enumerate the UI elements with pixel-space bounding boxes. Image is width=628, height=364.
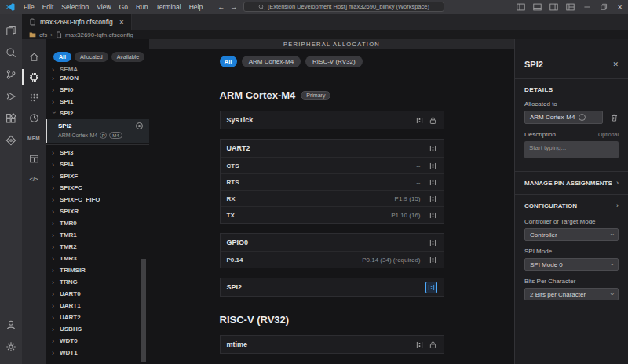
menu-item-help[interactable]: Help — [185, 3, 206, 11]
strip-peripherals-button[interactable] — [22, 67, 46, 87]
tree-item[interactable]: ›SPIXFC — [46, 182, 149, 194]
tree-item[interactable]: ›WDT0 — [46, 335, 149, 347]
description-input[interactable] — [524, 141, 619, 158]
account-button[interactable] — [2, 315, 20, 334]
tree-item-spi2-expanded[interactable]: SPI2 ARM Cortex-M4 P M4 — [46, 119, 149, 143]
strip-codegen-button[interactable]: </> — [22, 169, 46, 189]
config-icon[interactable] — [429, 178, 437, 187]
menu-item-run[interactable]: Run — [132, 3, 152, 11]
tree-item[interactable]: ›SPI3 — [46, 147, 149, 158]
menu-item-go[interactable]: Go — [115, 3, 132, 11]
core-filter-all[interactable]: All — [220, 56, 237, 67]
customize-layout-button[interactable] — [562, 0, 579, 14]
tree-item-label: SPIXFC — [60, 184, 82, 191]
config-icon[interactable] — [429, 195, 437, 203]
close-window-button[interactable]: ✕ — [612, 0, 628, 14]
breadcrumb-file[interactable]: max32690-tqfn.cfsconfig — [65, 31, 133, 38]
sidebar-scrollbar[interactable] — [141, 259, 146, 362]
config-icon[interactable] — [429, 144, 437, 153]
tree-item[interactable]: ›SPI4 — [46, 158, 149, 170]
tree-item[interactable]: ›SEMA — [46, 66, 149, 72]
activity-cfs-button[interactable] — [2, 131, 20, 150]
tree-item[interactable]: ›SPIXF — [46, 170, 149, 182]
strip-pinmux-button[interactable] — [22, 87, 46, 107]
filter-chip-allocated[interactable]: Allocated — [75, 52, 108, 62]
configuration-header[interactable]: CONFIGURATION › — [515, 195, 628, 211]
toggle-secondary-sidebar-button[interactable] — [546, 0, 562, 14]
spi-mode-select[interactable]: SPI Mode 0 › — [524, 258, 619, 271]
strip-clock-button[interactable] — [22, 107, 46, 128]
filter-chip-available[interactable]: Available — [111, 52, 144, 62]
tree-item[interactable]: ›SMON — [46, 72, 149, 84]
breadcrumb-folder[interactable]: cfs — [39, 31, 47, 38]
chevron-down-icon: › — [50, 111, 58, 116]
activity-explorer-button[interactable] — [2, 21, 20, 40]
config-icon[interactable] — [429, 256, 437, 264]
delete-allocation-button[interactable] — [610, 113, 619, 122]
config-icon[interactable] — [429, 211, 437, 220]
tree-item[interactable]: ›TMR1 — [46, 229, 149, 241]
activity-search-button[interactable] — [2, 43, 20, 62]
toggle-panel-button[interactable] — [529, 0, 546, 14]
tree-item-label: WDT0 — [60, 337, 78, 344]
strip-registers-button[interactable] — [22, 148, 46, 169]
editor-tab[interactable]: max32690-tqfn.cfsconfig ✕ — [22, 14, 132, 30]
section-heading-riscv: RISC-V (RV32) — [220, 314, 290, 326]
activity-debug-button[interactable] — [2, 87, 20, 106]
divider — [46, 144, 149, 145]
menu-item-edit[interactable]: Edit — [38, 3, 58, 11]
config-icon[interactable] — [415, 340, 424, 349]
bits-per-character-select[interactable]: 2 Bits per Character › — [524, 288, 619, 300]
settings-button[interactable] — [2, 337, 20, 356]
tree-item[interactable]: ›TRNG — [46, 276, 149, 288]
menu-item-file[interactable]: File — [20, 3, 38, 11]
cfs-tool-icon — [5, 135, 16, 146]
tree-item[interactable]: ›TMR0 — [46, 217, 149, 229]
panel-close-button[interactable]: ✕ — [612, 60, 619, 68]
tree-item[interactable]: ›UART1 — [46, 300, 149, 311]
tree-item[interactable]: ›WDT1 — [46, 347, 149, 359]
tree-item[interactable]: ›SPI1 — [46, 96, 149, 107]
activity-extensions-button[interactable] — [2, 109, 20, 128]
tree-item[interactable]: ›TMR3 — [46, 253, 149, 264]
config-icon[interactable] — [415, 116, 424, 125]
pin-label: CTS — [227, 162, 239, 169]
core-filter-m4[interactable]: ARM Cortex-M4 — [242, 56, 301, 67]
strip-home-button[interactable] — [22, 46, 46, 67]
tree-item[interactable]: ›USBHS — [46, 323, 149, 335]
minimize-button[interactable] — [579, 0, 595, 14]
activity-source-control-button[interactable] — [2, 65, 20, 84]
menu-item-terminal[interactable]: Terminal — [152, 3, 185, 11]
window-title-search[interactable]: [Extension Development Host] max32690_bl… — [243, 2, 444, 12]
tree-item[interactable]: ›SPIXFC_FIFO — [46, 194, 149, 206]
nav-forward-button[interactable]: → — [230, 3, 237, 11]
nav-back-button[interactable]: ← — [217, 3, 225, 11]
tree-item[interactable]: ›UART2 — [46, 311, 149, 323]
restore-button[interactable] — [595, 0, 612, 14]
allocated-indicator-icon[interactable] — [136, 122, 143, 129]
tree-item[interactable]: ›SPI0 — [46, 84, 149, 96]
toggle-sidebar-button[interactable] — [513, 0, 529, 14]
tree-item[interactable]: ›TMR2 — [46, 241, 149, 253]
filter-chip-all[interactable]: All — [53, 52, 71, 62]
strip-memory-button[interactable]: MEM — [22, 128, 46, 148]
core-filter-riscv[interactable]: RISC-V (RV32) — [305, 56, 363, 67]
pin-value: P0.14 (34) (required) — [362, 257, 420, 264]
title-bar: File Edit Selection View Go Run Terminal… — [0, 0, 628, 14]
menu-item-view[interactable]: View — [93, 3, 115, 11]
tree-item-label: UART0 — [60, 290, 81, 297]
config-icon[interactable] — [429, 238, 437, 247]
tree-item[interactable]: ›UART0 — [46, 288, 149, 300]
tree-item-spi2[interactable]: ›SPI2 — [46, 107, 149, 119]
menu-item-selection[interactable]: Selection — [57, 3, 93, 11]
chevron-right-icon: › — [52, 302, 57, 310]
tree-item[interactable]: ›SPIXR — [46, 206, 149, 217]
config-icon[interactable] — [429, 162, 437, 170]
config-icon-selected[interactable] — [425, 282, 437, 293]
tab-close-icon[interactable]: ✕ — [119, 19, 125, 26]
allocated-core-select[interactable]: ARM Cortex-M4 — [524, 111, 603, 124]
tab-label: max32690-tqfn.cfsconfig — [40, 18, 113, 26]
tree-item[interactable]: ›TRIMSIR — [46, 264, 149, 276]
manage-pin-assignments-button[interactable]: MANAGE PIN ASSIGNMENTS › — [515, 172, 628, 194]
controller-mode-select[interactable]: Controller › — [524, 228, 619, 241]
